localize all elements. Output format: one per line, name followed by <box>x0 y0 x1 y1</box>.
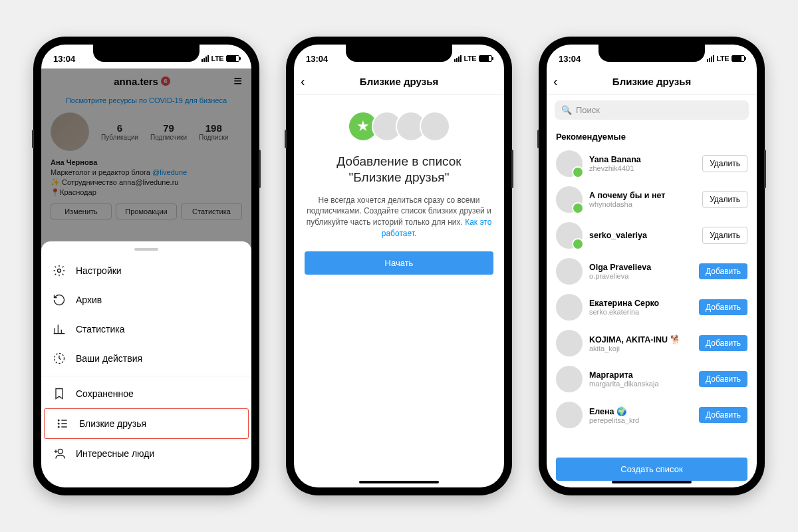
remove-button[interactable]: Удалить <box>702 155 747 172</box>
signal-icon <box>201 55 209 62</box>
sheet-item-gear[interactable]: Настройки <box>41 256 251 285</box>
friend-name: serko_valeriya <box>589 231 696 240</box>
activity-icon <box>52 352 66 365</box>
svg-point-4 <box>58 426 59 428</box>
status-net: LTE <box>464 55 476 63</box>
sheet-item-label: Настройки <box>76 265 122 276</box>
status-time: 13:04 <box>53 54 75 64</box>
add-button[interactable]: Добавить <box>699 299 747 315</box>
friend-name: А почему бы и нет <box>589 191 696 200</box>
friend-name: Olga Pravelieva <box>589 263 692 272</box>
bookmark-icon <box>52 387 66 400</box>
battery-icon <box>226 55 239 62</box>
friend-row: А почему бы и нетwhynotdashaУдалить <box>547 182 757 217</box>
status-time: 13:04 <box>306 54 328 64</box>
sheet-item-label: Статистика <box>76 324 125 334</box>
notch <box>93 45 200 62</box>
back-button[interactable]: ‹ <box>301 74 305 89</box>
remove-button[interactable]: Удалить <box>702 191 747 208</box>
sheet-item-label: Близкие друзья <box>79 418 146 429</box>
avatar[interactable] <box>556 186 583 213</box>
sheet-item-label: Сохраненное <box>76 388 134 399</box>
friends-list[interactable]: Yana Bananazhevzhik4401УдалитьА почему б… <box>547 146 757 439</box>
friend-row: Елена 🌍perepelitsa_krdДобавить <box>547 397 757 433</box>
avatar[interactable] <box>556 150 583 177</box>
friend-name: Yana Banana <box>589 155 696 164</box>
battery-icon <box>479 55 492 62</box>
sheet-grabber[interactable] <box>134 248 158 251</box>
friend-username: margarita_dikanskaja <box>589 380 692 388</box>
friend-row: KOJIMA, AKITA-INU 🐕akita_kojiДобавить <box>547 325 757 361</box>
phone-3: 13:04 LTE ‹ Близкие друзья 🔍 Поиск Реком… <box>539 37 765 495</box>
add-button[interactable]: Добавить <box>699 263 747 279</box>
phone-1: 13:04 LTE anna.ters 6 ≡ Посмотрите ресур… <box>33 37 259 495</box>
friend-row: Olga Pravelievao.pravelievaДобавить <box>547 253 757 289</box>
avatar <box>420 111 450 142</box>
avatar[interactable] <box>556 294 583 321</box>
notch <box>598 45 705 62</box>
friend-name: KOJIMA, AKITA-INU 🐕 <box>589 334 692 344</box>
status-time: 13:04 <box>559 54 581 64</box>
sheet-item-label: Интересные люди <box>76 448 154 459</box>
status-net: LTE <box>717 55 729 63</box>
sheet-item-activity[interactable]: Ваши действия <box>41 344 251 373</box>
avatar[interactable] <box>556 258 583 285</box>
friend-name: Екатерина Серко <box>589 299 692 308</box>
svg-point-3 <box>58 423 59 424</box>
sheet-item-bookmark[interactable]: Сохраненное <box>41 379 251 408</box>
add-button[interactable]: Добавить <box>699 335 747 351</box>
battery-icon <box>732 55 745 62</box>
signal-icon <box>707 55 714 62</box>
friend-row: serko_valeriyaУдалить <box>547 217 757 253</box>
svg-point-5 <box>58 449 63 454</box>
friend-username: perepelitsa_krd <box>589 416 692 424</box>
onboarding-desc: Не всегда хочется делиться сразу со всем… <box>305 195 493 239</box>
avatar-stack: ★ <box>305 111 493 142</box>
sheet-item-label: Ваши действия <box>76 353 142 364</box>
avatar[interactable] <box>556 366 583 392</box>
back-button[interactable]: ‹ <box>553 74 558 89</box>
friend-row: Екатерина Серкоserko.ekaterinaДобавить <box>547 289 757 325</box>
signal-icon <box>454 55 462 62</box>
nav-bar: ‹ Близкие друзья <box>294 68 504 95</box>
avatar[interactable] <box>556 402 583 428</box>
gear-icon <box>52 264 66 277</box>
create-list-button[interactable]: Создать список <box>556 458 747 481</box>
svg-point-2 <box>58 420 59 421</box>
archive-icon <box>52 293 66 307</box>
sheet-item-addperson[interactable]: Интересные люди <box>41 439 251 468</box>
bottom-sheet: НастройкиАрхивСтатистикаВаши действия Со… <box>41 241 251 487</box>
notch <box>346 45 452 62</box>
nav-bar: ‹ Близкие друзья <box>547 68 757 95</box>
sheet-item-stats[interactable]: Статистика <box>41 315 251 344</box>
add-button[interactable]: Добавить <box>699 371 747 387</box>
friend-row: Маргаритаmargarita_dikanskajaДобавить <box>547 361 757 397</box>
sheet-item-list[interactable]: Близкие друзья <box>44 408 249 439</box>
section-header: Рекомендуемые <box>547 125 757 146</box>
friend-username: serko.ekaterina <box>589 308 692 316</box>
nav-title: Близкие друзья <box>612 76 691 87</box>
friend-name: Елена 🌍 <box>589 406 692 416</box>
start-button[interactable]: Начать <box>305 251 493 275</box>
list-icon <box>55 417 70 430</box>
friend-username: akita_koji <box>589 344 692 352</box>
phone-2: 13:04 LTE ‹ Близкие друзья ★ Добавление … <box>286 37 512 495</box>
remove-button[interactable]: Удалить <box>702 227 747 244</box>
status-net: LTE <box>211 55 223 63</box>
friend-username: whynotdasha <box>589 200 696 208</box>
friend-row: Yana Bananazhevzhik4401Удалить <box>547 146 757 182</box>
search-input[interactable]: 🔍 Поиск <box>555 100 749 120</box>
avatar[interactable] <box>556 330 583 356</box>
home-indicator[interactable] <box>612 481 692 483</box>
stats-icon <box>52 323 66 336</box>
avatar[interactable] <box>556 222 583 249</box>
friend-username: zhevzhik4401 <box>589 164 696 172</box>
sheet-item-archive[interactable]: Архив <box>41 285 251 315</box>
svg-point-0 <box>58 269 61 273</box>
friend-username: o.pravelieva <box>589 272 692 280</box>
add-button[interactable]: Добавить <box>699 407 747 423</box>
home-indicator[interactable] <box>359 481 439 483</box>
search-placeholder: Поиск <box>576 105 600 115</box>
nav-title: Близкие друзья <box>360 76 438 87</box>
addperson-icon <box>52 447 66 460</box>
